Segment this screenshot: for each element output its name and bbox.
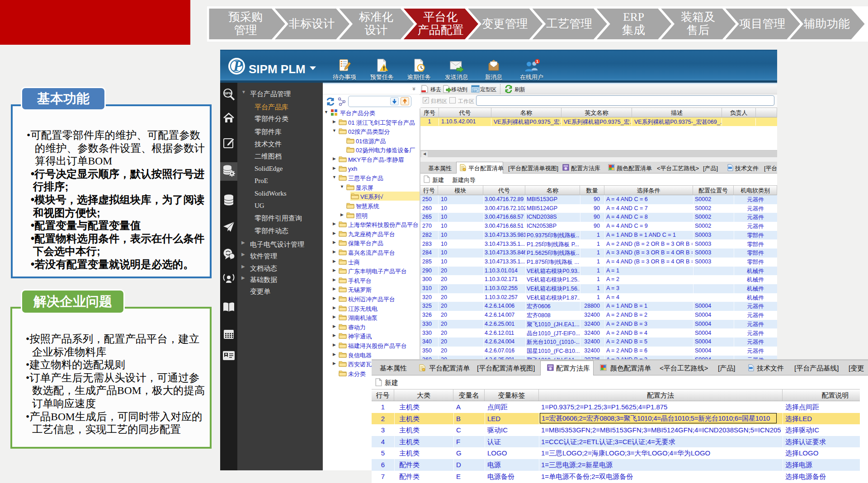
svg-text:项目管理: 项目管理 bbox=[739, 17, 785, 30]
svg-text:平台化: 平台化 bbox=[423, 10, 458, 23]
svg-text:售后: 售后 bbox=[687, 23, 710, 37]
svg-text:ERP: ERP bbox=[623, 10, 644, 23]
svg-text:辅助功能: 辅助功能 bbox=[804, 17, 850, 30]
svg-text:装箱及: 装箱及 bbox=[681, 10, 716, 23]
svg-text:变更管理: 变更管理 bbox=[482, 17, 528, 30]
svg-text:集成: 集成 bbox=[622, 23, 645, 37]
svg-text:1: 1 bbox=[536, 59, 538, 64]
svg-text:标准化: 标准化 bbox=[359, 10, 394, 23]
svg-text:设计: 设计 bbox=[365, 23, 388, 37]
svg-text:预采购: 预采购 bbox=[228, 10, 263, 23]
svg-text:非标设计: 非标设计 bbox=[289, 17, 335, 30]
svg-text:管理: 管理 bbox=[234, 23, 257, 37]
svg-text:产品配置: 产品配置 bbox=[417, 23, 463, 37]
svg-text:工艺管理: 工艺管理 bbox=[546, 17, 592, 30]
svg-text:SIPM: SIPM bbox=[224, 92, 231, 95]
